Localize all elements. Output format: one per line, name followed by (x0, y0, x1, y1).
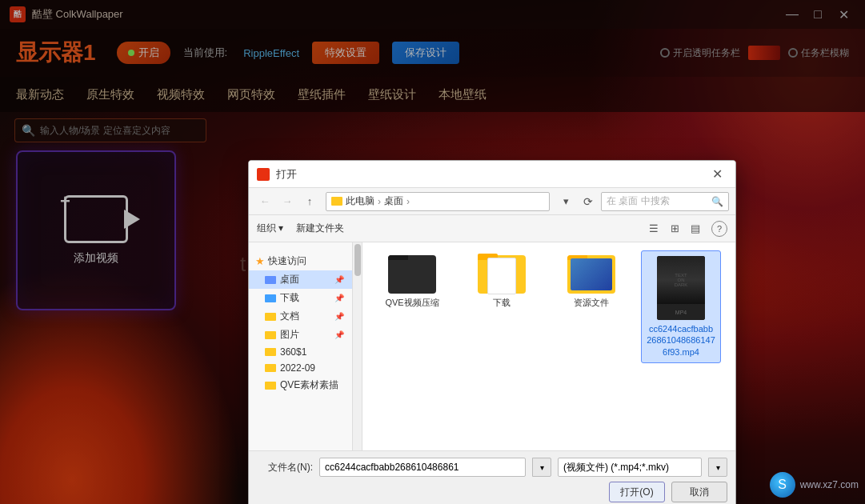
breadcrumb-folder-icon (331, 197, 342, 206)
desktop-folder-icon (265, 276, 276, 284)
dialog-footer: 文件名(N): cc6244cacfbabb268610486861 ▾ (视频… (249, 450, 735, 504)
sidebar-item-360-label: 360$1 (280, 346, 306, 358)
filename-label: 文件名(N): (257, 461, 313, 474)
folder-resource-icon (567, 255, 615, 294)
video-file-icon: TEXTONDARK MP4 (657, 256, 705, 320)
breadcrumb-computer: 此电脑 (346, 194, 374, 208)
dialog-search-icon: 🔍 (711, 196, 723, 207)
watermark-logo: S (770, 472, 795, 498)
files-grid: QVE视频压缩 下载 资源文件 (361, 250, 727, 363)
cancel-button[interactable]: 取消 (671, 482, 727, 502)
footer-filename-row: 文件名(N): cc6244cacfbabb268610486861 ▾ (视频… (257, 458, 727, 477)
scroll-thumb[interactable] (354, 244, 361, 276)
sidebar-item-pictures[interactable]: 图片 📌 (249, 326, 352, 344)
footer-buttons: 打开(O) 取消 (257, 482, 727, 502)
file-resource-label: 资源文件 (574, 297, 609, 308)
dialog-body: ★ 快速访问 桌面 📌 下载 📌 文档 (249, 242, 735, 450)
file-video-label: cc6244cacfbabb268610486861476f93.mp4 (647, 323, 715, 358)
pin-icon-2: 📌 (334, 294, 344, 302)
help-button[interactable]: ? (711, 221, 727, 237)
dialog-title: 打开 (276, 167, 707, 182)
file-item-resource[interactable]: 资源文件 (551, 250, 631, 313)
sidebar-item-pictures-label: 图片 (280, 328, 299, 342)
sidebar-item-qve-label: QVE素材素描 (280, 378, 338, 392)
dialog-search-box[interactable]: 在 桌面 中搜索 🔍 (601, 192, 729, 211)
star-icon: ★ (255, 255, 265, 267)
pictures-folder-icon (265, 331, 276, 339)
qve-folder-icon (265, 382, 276, 390)
view-grid-button[interactable]: ▤ (686, 219, 705, 238)
filetype-dropdown[interactable]: ▾ (708, 458, 727, 477)
filename-value: cc6244cacfbabb268610486861 (325, 462, 459, 473)
file-qve-label: QVE视频压缩 (385, 297, 439, 308)
new-folder-button[interactable]: 新建文件夹 (290, 219, 350, 238)
folder-download-icon (478, 255, 526, 294)
sidebar-item-2022[interactable]: 2022-09 (249, 360, 352, 376)
view-list-button[interactable]: ☰ (644, 219, 663, 238)
sidebar-item-documents[interactable]: 文档 📌 (249, 307, 352, 326)
dialog-files-area: QVE视频压缩 下载 资源文件 (353, 242, 735, 450)
breadcrumb-sep1: › (378, 196, 381, 207)
360-folder-icon (265, 348, 276, 356)
forward-button[interactable]: → (278, 192, 297, 211)
dialog-overlay: 打开 ✕ ← → ↑ 此电脑 › 桌面 › ▾ ⟳ 在 桌面 中搜索 🔍 组织 … (0, 0, 865, 504)
quick-access-section: ★ 快速访问 桌面 📌 下载 📌 文档 (249, 249, 352, 398)
back-button[interactable]: ← (255, 192, 274, 211)
organize-button[interactable]: 组织 ▾ (257, 222, 283, 235)
dialog-actionbar: 组织 ▾ 新建文件夹 ☰ ⊞ ▤ ? (249, 215, 735, 242)
sidebar-item-desktop[interactable]: 桌面 📌 (249, 270, 352, 289)
up-button[interactable]: ↑ (300, 192, 319, 211)
file-item-video[interactable]: TEXTONDARK MP4 cc6244cacfbabb26861048686… (641, 250, 721, 363)
file-download-label: 下载 (493, 297, 511, 308)
sidebar-item-desktop-label: 桌面 (280, 273, 299, 286)
documents-folder-icon (265, 313, 276, 321)
filename-input[interactable]: cc6244cacfbabb268610486861 (319, 458, 526, 477)
filename-dropdown[interactable]: ▾ (532, 458, 551, 477)
sidebar-item-360[interactable]: 360$1 (249, 344, 352, 360)
refresh-button[interactable]: ⟳ (579, 192, 598, 211)
file-item-qve[interactable]: QVE视频压缩 (372, 250, 452, 313)
folder-paper (487, 258, 516, 294)
breadcrumb-desktop: 桌面 (384, 194, 403, 208)
resource-img (571, 258, 612, 290)
dialog-logo (257, 168, 270, 181)
pin-icon: 📌 (334, 275, 344, 284)
filetype-select[interactable]: (视频文件) (*.mp4;*.mkv) (558, 458, 702, 477)
filetype-value: (视频文件) (*.mp4;*.mkv) (563, 461, 669, 474)
sidebar-item-documents-label: 文档 (280, 310, 299, 323)
sidebar-item-download-label: 下载 (280, 291, 299, 305)
pin-icon-3: 📌 (334, 312, 344, 321)
download-folder-icon (265, 294, 276, 302)
watermark-text: www.xz7.com (800, 479, 859, 490)
dialog-titlebar: 打开 ✕ (249, 161, 735, 188)
view-details-button[interactable]: ⊞ (665, 219, 684, 238)
open-button[interactable]: 打开(O) (609, 482, 665, 502)
breadcrumb-sep2: › (406, 196, 410, 207)
file-dialog: 打开 ✕ ← → ↑ 此电脑 › 桌面 › ▾ ⟳ 在 桌面 中搜索 🔍 组织 … (248, 160, 736, 504)
dialog-search-placeholder: 在 桌面 中搜索 (607, 194, 670, 208)
sidebar-item-download[interactable]: 下载 📌 (249, 289, 352, 307)
dialog-close-button[interactable]: ✕ (707, 164, 727, 185)
pin-icon-4: 📌 (334, 330, 344, 339)
dropdown-button[interactable]: ▾ (556, 192, 575, 211)
watermark: S www.xz7.com (770, 472, 859, 498)
video-thumb: TEXTONDARK (657, 256, 705, 304)
scroll-indicator (353, 242, 362, 450)
dialog-sidebar: ★ 快速访问 桌面 📌 下载 📌 文档 (249, 242, 353, 450)
sidebar-item-qve[interactable]: QVE素材素描 (249, 376, 352, 394)
breadcrumb-bar[interactable]: 此电脑 › 桌面 › (326, 192, 550, 211)
video-file-bottom: MP4 (657, 304, 705, 320)
quick-access-label: 快速访问 (268, 254, 306, 268)
dialog-toolbar: ← → ↑ 此电脑 › 桌面 › ▾ ⟳ 在 桌面 中搜索 🔍 (249, 188, 735, 215)
sidebar-item-2022-label: 2022-09 (280, 362, 315, 374)
2022-folder-icon (265, 364, 276, 372)
view-buttons: ☰ ⊞ ▤ (644, 219, 705, 238)
folder-qve-icon (388, 255, 436, 294)
file-item-download[interactable]: 下载 (462, 250, 542, 313)
quick-access-header[interactable]: ★ 快速访问 (249, 252, 352, 270)
